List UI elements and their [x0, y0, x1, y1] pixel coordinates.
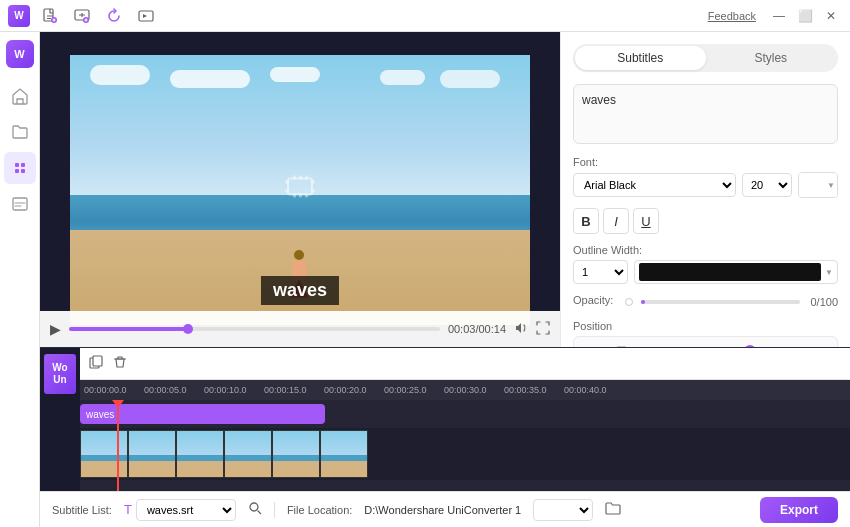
separator-1 — [274, 502, 275, 518]
video-frame: waves — [70, 55, 530, 325]
subtitle-track: waves — [80, 400, 850, 428]
tab-subtitles[interactable]: Subtitles — [575, 46, 706, 70]
time-display: 00:03/00:14 — [448, 323, 506, 335]
timeline-tracks: waves — [80, 400, 850, 491]
svg-rect-11 — [288, 178, 312, 194]
video-track — [80, 428, 850, 480]
ruler-label-5: 00:00:25.0 — [384, 385, 427, 395]
ruler-label-0: 00:00:00.0 — [84, 385, 127, 395]
font-family-select[interactable]: Arial Black Arial Times New Roman — [573, 173, 736, 197]
svg-rect-16 — [293, 175, 296, 179]
volume-icon[interactable] — [514, 321, 528, 338]
svg-rect-17 — [299, 175, 302, 179]
subtitle-text-content[interactable]: waves — [573, 84, 838, 144]
ruler-label-7: 00:00:35.0 — [504, 385, 547, 395]
sidebar-logo: W — [6, 40, 34, 68]
minimize-button[interactable]: — — [768, 5, 790, 27]
refresh-button[interactable] — [102, 4, 126, 28]
sidebar-item-home[interactable] — [4, 80, 36, 112]
video-thumbnails — [80, 430, 368, 478]
svg-rect-19 — [293, 193, 296, 197]
outline-color-picker[interactable]: ▼ — [634, 260, 838, 284]
thumb-1 — [80, 430, 128, 478]
ruler-label-1: 00:00:05.0 — [144, 385, 187, 395]
opacity-slider[interactable] — [641, 300, 800, 304]
export-button[interactable]: Export — [760, 497, 838, 523]
outline-width-select[interactable]: 1 2 3 — [573, 260, 628, 284]
outline-label: Outline Width: — [573, 244, 838, 256]
format-buttons: B I U — [573, 208, 838, 234]
file-location-label: File Location: — [287, 504, 352, 516]
timeline-ruler: 00:00:00.0 00:00:05.0 00:00:10.0 00:00:1… — [80, 380, 850, 400]
svg-rect-18 — [305, 175, 308, 179]
file-location-path: D:\Wondershare UniConverter 1 — [364, 504, 521, 516]
svg-rect-14 — [311, 180, 315, 183]
timeline-toggle-button[interactable]: Wo Un — [44, 354, 76, 394]
svg-rect-6 — [15, 163, 19, 167]
tab-styles[interactable]: Styles — [706, 46, 837, 70]
thumb-6 — [320, 430, 368, 478]
svg-rect-9 — [21, 169, 25, 173]
sidebar-item-effects[interactable] — [4, 152, 36, 184]
subtitle-file-select[interactable]: waves.srt — [136, 499, 236, 521]
thumb-4 — [224, 430, 272, 478]
timeline-section: Wo Un — [40, 347, 850, 527]
font-row: Arial Black Arial Times New Roman 20 18 … — [573, 172, 838, 198]
feedback-link[interactable]: Feedback — [708, 10, 756, 22]
new-file-button[interactable] — [38, 4, 62, 28]
opacity-value: 0/100 — [808, 296, 838, 308]
import-button[interactable] — [70, 4, 94, 28]
subtitle-clip[interactable]: waves — [80, 404, 325, 424]
thumb-3 — [176, 430, 224, 478]
delete-clip-button[interactable] — [112, 354, 128, 373]
sidebar-item-subtitle[interactable] — [4, 188, 36, 220]
filmstrip-icon — [284, 170, 316, 209]
bold-button[interactable]: B — [573, 208, 599, 234]
opacity-label: Opacity: — [573, 294, 613, 306]
position-label: Position — [573, 320, 838, 332]
svg-point-24 — [250, 503, 258, 511]
file-path-select[interactable] — [533, 499, 593, 521]
subtitle-file-container: T waves.srt — [124, 499, 236, 521]
outline-row: 1 2 3 ▼ — [573, 260, 838, 284]
ruler-label-2: 00:00:10.0 — [204, 385, 247, 395]
bottom-bar: Subtitle List: T waves.srt File Location… — [40, 491, 850, 527]
svg-rect-23 — [93, 356, 102, 366]
timeline-main: 00:00:00.0 00:00:05.0 00:00:10.0 00:00:1… — [80, 348, 850, 491]
timeline-side: Wo Un — [40, 348, 80, 491]
ruler-label-4: 00:00:20.0 — [324, 385, 367, 395]
transform-toolbar: ↩ ↪ ⊞ — + — [573, 336, 838, 347]
sidebar-item-folder[interactable] — [4, 116, 36, 148]
italic-button[interactable]: I — [603, 208, 629, 234]
font-label: Font: — [573, 156, 838, 168]
ruler-label-3: 00:00:15.0 — [264, 385, 307, 395]
opacity-row: Opacity: 0/100 — [573, 294, 838, 310]
svg-rect-8 — [15, 169, 19, 173]
underline-button[interactable]: U — [633, 208, 659, 234]
screen-capture-button[interactable] — [134, 4, 158, 28]
close-button[interactable]: ✕ — [820, 5, 842, 27]
svg-rect-13 — [285, 189, 289, 192]
fullscreen-icon[interactable] — [536, 321, 550, 338]
svg-rect-12 — [285, 180, 289, 183]
thumb-2 — [128, 430, 176, 478]
subtitle-list-label: Subtitle List: — [52, 504, 112, 516]
font-color-picker[interactable]: ▼ — [798, 172, 838, 198]
svg-rect-7 — [21, 163, 25, 167]
copy-clip-button[interactable] — [88, 354, 104, 373]
maximize-button[interactable]: ⬜ — [794, 5, 816, 27]
progress-bar[interactable] — [69, 327, 440, 331]
svg-rect-20 — [299, 193, 302, 197]
ruler-label-8: 00:00:40.0 — [564, 385, 607, 395]
search-subtitle-button[interactable] — [248, 501, 262, 518]
ruler-marks: 00:00:00.0 00:00:05.0 00:00:10.0 00:00:1… — [84, 380, 846, 400]
video-controls-bar: ▶ 00:03/00:14 — [40, 311, 560, 347]
font-size-select[interactable]: 20 18 24 — [742, 173, 792, 197]
panel-tabs: Subtitles Styles — [573, 44, 838, 72]
svg-rect-21 — [305, 193, 308, 197]
play-button[interactable]: ▶ — [50, 321, 61, 337]
timeline-toolbar — [80, 348, 850, 380]
browse-folder-button[interactable] — [605, 501, 621, 518]
svg-rect-15 — [311, 189, 315, 192]
svg-rect-5 — [13, 161, 27, 175]
